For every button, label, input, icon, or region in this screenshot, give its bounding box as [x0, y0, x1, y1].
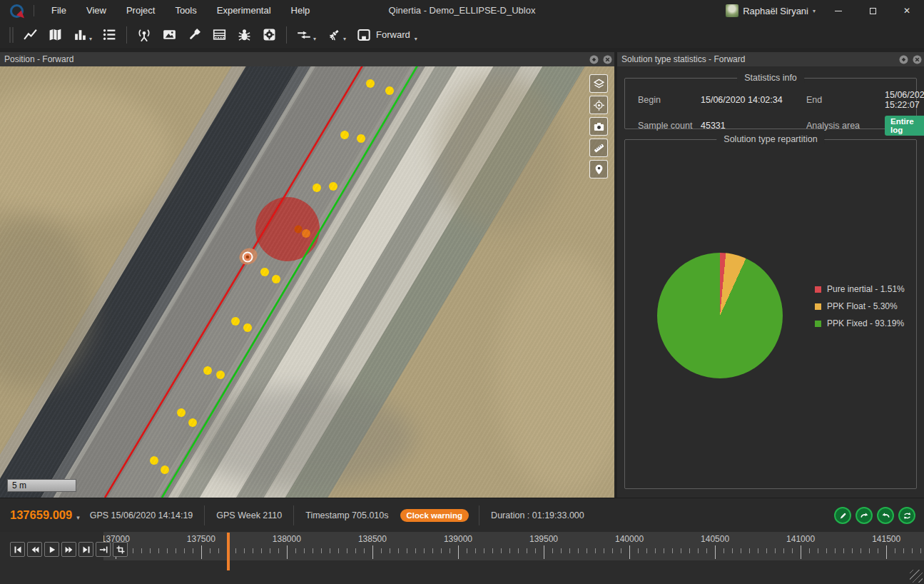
gps-week: GPS Week 2110 — [206, 510, 292, 520]
plots-button[interactable] — [18, 24, 43, 46]
crop-range-button[interactable] — [113, 542, 128, 557]
menu-experimental[interactable]: Experimental — [207, 0, 281, 21]
processing-settings-button[interactable] — [257, 24, 282, 46]
play-button[interactable] — [44, 542, 59, 557]
list-button[interactable] — [97, 24, 122, 46]
timeline-minor-tick — [749, 548, 750, 553]
timeline-minor-tick — [218, 548, 219, 553]
skip-end-icon — [82, 545, 91, 554]
timeline-minor-tick — [141, 548, 142, 553]
timeline-minor-tick — [895, 548, 895, 553]
statistics-button[interactable]: ▾ — [68, 24, 97, 46]
event-point-yellow — [161, 465, 169, 474]
clock-warning-badge: Clock warning — [400, 509, 469, 522]
map-view-button[interactable] — [43, 24, 68, 46]
direction-selector[interactable]: Forward ▾ — [351, 24, 422, 46]
timeline-cursor[interactable] — [227, 533, 230, 570]
loop-processing-button[interactable] — [898, 507, 915, 524]
timeline-tick-label: 140000 — [615, 534, 644, 544]
menu-help[interactable]: Help — [281, 0, 320, 21]
timeline-minor-tick — [792, 548, 793, 553]
current-time-value[interactable]: 137659.009 — [10, 508, 72, 522]
add-pin-button[interactable] — [589, 160, 608, 178]
pen-icon — [838, 510, 848, 521]
timeline-minor-tick — [381, 548, 382, 553]
close-panel-button[interactable] — [603, 55, 612, 64]
toolbar-grip[interactable] — [9, 27, 14, 43]
statistics-panel-header[interactable]: Solution type statistics - Forward — [617, 52, 924, 66]
timeline-minor-tick — [304, 548, 305, 553]
begin-value: 15/06/2020 14:02:34 — [701, 95, 806, 105]
repartition-group: Solution type repartition Pure inertial … — [624, 139, 917, 489]
minimize-button[interactable] — [821, 0, 856, 21]
playback-controls — [10, 542, 128, 557]
user-menu[interactable]: Raphaël Siryani ▾ — [726, 0, 816, 21]
table-icon — [212, 27, 227, 42]
end-label: End — [806, 95, 885, 105]
timeline-minor-tick — [595, 548, 596, 553]
menu-project[interactable]: Project — [116, 0, 165, 21]
divider — [286, 26, 287, 44]
menu-view[interactable]: View — [76, 0, 116, 21]
chevron-down-icon: ▾ — [415, 36, 417, 46]
forward-processing-button[interactable] — [856, 507, 873, 524]
antenna-icon — [136, 27, 152, 43]
timeline-minor-tick — [390, 548, 390, 553]
timeline-minor-tick — [321, 548, 322, 553]
antenna-button[interactable] — [131, 24, 157, 46]
maximize-button[interactable] — [856, 0, 890, 21]
timeline-tick-label: 141000 — [786, 534, 815, 544]
center-on-position-button[interactable] — [589, 96, 608, 114]
float-panel-button[interactable] — [589, 55, 599, 64]
screenshot-button[interactable] — [589, 117, 608, 136]
backward-processing-button[interactable] — [877, 507, 894, 524]
edit-trajectory-button[interactable] — [834, 507, 851, 524]
timeline-major-tick — [801, 545, 801, 559]
jump-end-icon — [99, 545, 108, 554]
close-panel-button[interactable] — [913, 55, 922, 64]
crosshair-icon — [593, 99, 605, 111]
timeline-minor-tick — [655, 548, 656, 553]
map-tool-stack — [589, 74, 608, 178]
fast-forward-button[interactable] — [61, 542, 76, 557]
close-icon — [913, 55, 922, 64]
solution-type-pie-chart — [657, 253, 783, 378]
rewind-icon — [31, 545, 39, 554]
timeline-minor-tick — [766, 548, 767, 553]
layers-button[interactable] — [589, 74, 608, 93]
timeline-tick-label: 138500 — [358, 534, 387, 544]
data-table-button[interactable] — [207, 24, 232, 46]
map-icon — [48, 27, 63, 42]
timeline-minor-tick — [347, 548, 347, 553]
timeline-minor-tick — [826, 548, 827, 553]
position-panel-header[interactable]: Position - Forward — [0, 52, 614, 66]
divider — [34, 5, 34, 16]
settings-wrench-button[interactable] — [182, 24, 207, 46]
map-view[interactable]: 5 m — [0, 66, 614, 498]
jump-to-end-button[interactable] — [96, 542, 111, 557]
timeline-minor-tick — [210, 548, 210, 553]
event-point-yellow — [385, 86, 394, 95]
debug-button[interactable] — [232, 24, 257, 46]
skip-to-end-button[interactable] — [78, 542, 93, 557]
gnss-tool-button[interactable]: ▾ — [321, 24, 351, 46]
measure-button[interactable] — [589, 139, 608, 157]
float-panel-button[interactable] — [899, 55, 908, 64]
timeline-minor-tick — [612, 548, 613, 553]
chevron-down-icon: ▾ — [343, 36, 346, 46]
rewind-button[interactable] — [27, 542, 42, 557]
imagery-button[interactable] — [157, 24, 182, 46]
menu-tools[interactable]: Tools — [165, 0, 206, 21]
timeline-minor-tick — [535, 548, 536, 553]
timeline-minor-tick — [193, 548, 193, 553]
close-button[interactable]: ✕ — [890, 0, 924, 21]
merge-tool-button[interactable]: ▾ — [291, 24, 321, 46]
wrench-icon — [187, 27, 202, 42]
timeline-minor-tick — [638, 548, 639, 553]
timeline-minor-tick — [295, 548, 296, 553]
timeline-tick-label: 139000 — [444, 534, 472, 544]
skip-to-start-button[interactable] — [10, 542, 25, 557]
menu-file[interactable]: File — [41, 0, 76, 21]
gps-datetime: GPS 15/06/2020 14:14:19 — [80, 510, 203, 520]
resize-grip[interactable] — [910, 570, 923, 583]
